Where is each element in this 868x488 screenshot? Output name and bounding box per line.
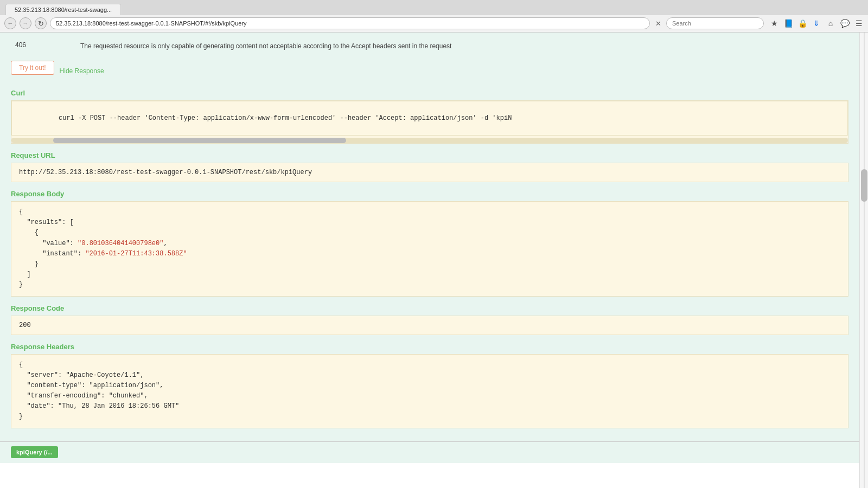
back-button[interactable]: ←: [4, 17, 16, 29]
response-headers-label: Response Headers: [11, 343, 848, 351]
toolbar-icons: ★ 📘 🔒 ⇓ ⌂ 💬 ☰: [769, 18, 864, 28]
download-icon[interactable]: ⇓: [812, 18, 821, 28]
response-headers-block: { "server": "Apache-Coyote/1.1", "conten…: [11, 354, 848, 428]
json-line-4: "value": "0.8010364041400798e0",: [19, 239, 840, 249]
scrollbar-thumb: [861, 169, 867, 202]
json-line-1: {: [19, 207, 840, 217]
json-line-6: }: [19, 259, 840, 269]
address-bar[interactable]: [50, 17, 650, 29]
bookmark-icon[interactable]: 📘: [783, 18, 793, 28]
response-body-label: Response Body: [11, 190, 848, 198]
hide-response-link[interactable]: Hide Response: [60, 67, 104, 75]
browser-chrome: 52.35.213.18:8080/rest-test-swagg... ← →…: [0, 0, 868, 33]
json-value-string: "0.8010364041400798e0": [78, 240, 163, 247]
headers-line-2: "server": "Apache-Coyote/1.1",: [19, 370, 840, 381]
swagger-section: 406 The requested resource is only capab…: [0, 33, 859, 441]
request-url-text: http://52.35.213.18:8080/rest-test-swagg…: [19, 169, 312, 176]
reload-icon[interactable]: ✕: [653, 18, 663, 28]
response-code-block: 200: [11, 316, 848, 335]
json-line-8: }: [19, 280, 840, 290]
refresh-button[interactable]: ↻: [35, 17, 47, 29]
forward-button[interactable]: →: [20, 17, 31, 29]
json-line-2: "results": [: [19, 217, 840, 228]
curl-command-block: curl -X POST --header 'Content-Type: app…: [11, 101, 848, 136]
headers-line-4: "transfer-encoding": "chunked",: [19, 391, 840, 401]
response-table: 406 The requested resource is only capab…: [11, 38, 848, 54]
json-instant-string: "2016-01-27T11:43:38.588Z": [85, 250, 187, 258]
headers-line-1: {: [19, 360, 840, 370]
request-url-label: Request URL: [11, 151, 848, 159]
home-icon[interactable]: ⌂: [826, 18, 835, 28]
chat-icon[interactable]: 💬: [840, 18, 850, 28]
curl-scrollbar-thumb: [53, 138, 346, 143]
json-line-7: ]: [19, 269, 840, 280]
response-desc-406: The requested resource is only capable o…: [76, 38, 848, 54]
scrollbar-track: [864, 33, 865, 488]
headers-line-3: "content-type": "application/json",: [19, 381, 840, 391]
request-url-block: http://52.35.213.18:8080/rest-test-swagg…: [11, 163, 848, 182]
tab-bar: 52.35.213.18:8080/rest-test-swagg...: [0, 0, 868, 15]
bottom-partial-section: kpiQuery (/...: [0, 441, 859, 463]
main-area: 406 The requested resource is only capab…: [0, 33, 859, 488]
json-line-3: {: [19, 228, 840, 238]
browser-tab[interactable]: 52.35.213.18:8080/rest-test-swagg...: [5, 4, 121, 15]
try-it-out-button[interactable]: Try it out!: [11, 61, 54, 75]
curl-scrollbar-track: [11, 138, 848, 143]
star-icon[interactable]: ★: [769, 18, 779, 28]
response-code-406: 406: [11, 38, 76, 54]
response-body-block: { "results": [ { "value": "0.80103640414…: [11, 201, 848, 297]
json-line-5: "instant": "2016-01-27T11:43:38.588Z": [19, 249, 840, 259]
table-row-406: 406 The requested resource is only capab…: [11, 38, 848, 54]
shield-icon[interactable]: 🔒: [797, 18, 807, 28]
curl-command-text: curl -X POST --header 'Content-Type: app…: [59, 114, 512, 122]
curl-scrollbar[interactable]: [11, 138, 848, 143]
bottom-get-button[interactable]: kpiQuery (/...: [11, 446, 58, 458]
response-code-value: 200: [19, 322, 31, 329]
response-code-label: Response Code: [11, 304, 848, 312]
page-scrollbar[interactable]: [859, 33, 868, 488]
menu-icon[interactable]: ☰: [854, 18, 864, 28]
browser-toolbar: ← → ↻ ✕ ★ 📘 🔒 ⇓ ⌂ 💬 ☰: [0, 15, 868, 32]
headers-line-6: }: [19, 412, 840, 422]
curl-section-label: Curl: [11, 89, 848, 97]
headers-line-5: "date": "Thu, 28 Jan 2016 18:26:56 GMT": [19, 401, 840, 412]
search-input[interactable]: [666, 17, 764, 29]
